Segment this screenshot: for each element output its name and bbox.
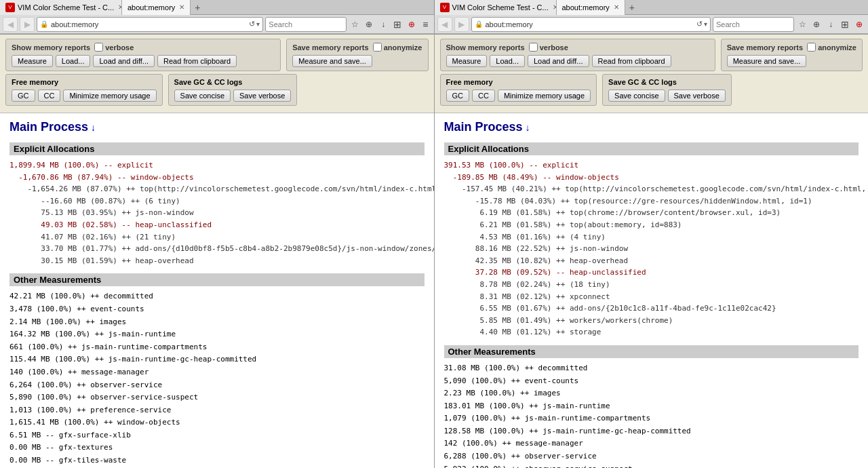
read-clipboard-btn-left[interactable]: Read from clipboard [157,55,237,67]
save-concise-btn-right[interactable]: Save concise [608,90,665,102]
bookmark-icon-left[interactable]: ⊕ [363,17,375,32]
tree-line: 88.16 MB (22.52%) ++ js-non-window [444,243,859,255]
save-gc-right: Save GC & CC logs Save concise Save verb… [602,74,732,106]
measure-line: 42.21 MB (100.0%) ++ decommitted [9,290,425,303]
left-memory-content: Main Process ↓ Explicit Allocations 1,89… [0,113,434,468]
right-free-buttons: GC CC Minimize memory usage [446,90,591,102]
menu-icon-left[interactable]: ⊞ [391,17,403,32]
tree-line: 42.35 MB (10.82%) ++ heap-overhead [444,255,859,267]
left-save-buttons: Measure and save... [292,55,422,67]
gc-btn-right[interactable]: GC [446,90,470,102]
measure-btn-left[interactable]: Measure [12,55,53,67]
anonymize-label-right: anonymize [818,43,856,52]
vim-icon-left: V [5,3,15,12]
tab-label-memory-left: about:memory [127,3,175,12]
measure-btn-right[interactable]: Measure [446,55,488,67]
minimize-btn-left[interactable]: Minimize memory usage [63,90,156,102]
left-show-buttons: Measure Load... Load and diff... Read fr… [12,55,275,67]
download-icon-right[interactable]: ↓ [825,17,837,32]
tree-line: -1,670.86 MB (87.94%) -- window-objects [9,172,425,184]
save-verbose-btn-right[interactable]: Save verbose [668,90,726,102]
vim-icon-right: V [440,3,450,12]
verbose-checkbox-label-right[interactable]: verbose [529,43,568,52]
tab-vim-left[interactable]: V VIM Color Scheme Test - C... ✕ [0,0,122,15]
cc-btn-right[interactable]: CC [472,90,495,102]
dropdown-btn-left[interactable]: ▾ [256,20,260,28]
tree-line: 5.85 MB (01.49%) ++ workers/workers(chro… [444,315,859,327]
back-btn-left[interactable]: ◀ [3,17,18,32]
main-process-arrow-left: ↓ [91,122,96,133]
measure-line: 2.14 MB (100.0%) ++ images [9,316,425,328]
hamburger-left[interactable]: ≡ [420,19,431,30]
tab-memory-right[interactable]: about:memory ✕ [557,0,625,15]
anonymize-checkbox-label-right[interactable]: anonymize [807,43,856,52]
save-gc-label-right: Save GC & CC logs [608,78,726,86]
star-icon-left[interactable]: ☆ [349,17,361,32]
forward-btn-left[interactable]: ▶ [20,17,35,32]
tree-line: 391.53 MB (100.0%) -- explicit [444,159,859,172]
memory-tree-right: 391.53 MB (100.0%) -- explicit -189.85 M… [444,159,859,338]
address-text-left: about:memory [51,20,248,28]
bookmark-icon-right[interactable]: ⊕ [810,17,823,32]
save-memory-reports-right: Save memory reports anonymize Measure an… [721,39,863,71]
tab-close-memory-right[interactable]: ✕ [614,3,619,11]
load-diff-btn-right[interactable]: Load and diff... [528,55,589,67]
address-icon-right: 🔒 [475,20,483,28]
measure-line: 0.00 MB -- gfx-textures [9,442,425,454]
verbose-checkbox-label-left[interactable]: verbose [94,43,134,52]
gc-btn-left[interactable]: GC [12,90,35,102]
left-gc-buttons: Save concise Save verbose [174,90,292,102]
tab-new-left[interactable]: + [191,2,204,13]
refresh-btn-right[interactable]: ↺ [695,20,704,28]
measure-save-btn-left[interactable]: Measure and save... [292,55,372,67]
verbose-checkbox-left[interactable] [94,43,103,52]
measure-save-btn-right[interactable]: Measure and save... [727,55,807,67]
measure-line: 0.00 MB -- gfx-tiles-waste [9,454,425,467]
nav-bar-left: ◀ ▶ 🔒 about:memory ↺ ▾ ☆ ⊕ ↓ ⊞ ⊕ ≡ [0,15,435,34]
tab-memory-left[interactable]: about:memory ✕ [122,0,191,15]
tab-close-memory-left[interactable]: ✕ [179,3,184,11]
cc-btn-left[interactable]: CC [38,90,61,102]
save-verbose-btn-left[interactable]: Save verbose [233,90,291,102]
star-icon-right[interactable]: ☆ [796,17,808,32]
tab-label-vim-right: VIM Color Scheme Test - C... [452,3,549,12]
address-bar-right[interactable]: 🔒 about:memory ↺ ▾ [471,17,711,32]
load-btn-left[interactable]: Load... [56,55,91,67]
menu-icon-right[interactable]: ⊞ [839,17,851,32]
load-diff-btn-left[interactable]: Load and diff... [93,55,155,67]
tree-line: -157.45 MB (40.21%) ++ top(http://vincol… [444,183,859,195]
tree-line: 75.13 MB (03.95%) ++ js-non-window [9,207,425,219]
back-btn-right[interactable]: ◀ [437,17,452,32]
refresh-btn-left[interactable]: ↺ [248,20,256,28]
other-measurements-title-left: Other Measurements [9,273,425,286]
save-memory-reports-left: Save memory reports anonymize Measure an… [286,39,428,71]
tree-line: --16.60 MB (00.87%) ++ (6 tiny) [9,195,425,208]
search-input-right[interactable] [713,17,794,32]
tab-vim-right[interactable]: V VIM Color Scheme Test - C... ✕ [435,0,557,15]
anonymize-checkbox-right[interactable] [807,43,816,52]
download-icon-left[interactable]: ↓ [377,17,389,32]
address-bar-left[interactable]: 🔒 about:memory ↺ ▾ [37,17,263,32]
read-clipboard-btn-right[interactable]: Read from clipboard [592,55,671,67]
save-memory-reports-label-left: Save memory reports [292,43,369,52]
other-measurements-title-right: Other Measurements [444,345,859,358]
save-concise-btn-left[interactable]: Save concise [174,90,231,102]
anonymize-checkbox-label-left[interactable]: anonymize [373,43,422,52]
tab-new-right[interactable]: + [625,2,639,13]
measure-line: 661 (100.0%) ++ js-main-runtime-compartm… [9,341,425,353]
tree-line: 6.19 MB (01.58%) ++ top(chrome://browser… [444,207,859,219]
free-memory-label-left: Free memory [12,78,157,86]
overflow-icon-right[interactable]: ⊕ [853,17,865,32]
left-controls-row2: Free memory GC CC Minimize memory usage … [5,74,429,106]
anonymize-checkbox-left[interactable] [373,43,382,52]
load-btn-right[interactable]: Load... [490,55,525,67]
minimize-btn-right[interactable]: Minimize memory usage [498,90,591,102]
left-free-buttons: GC CC Minimize memory usage [12,90,157,102]
nav-bars: ◀ ▶ 🔒 about:memory ↺ ▾ ☆ ⊕ ↓ ⊞ ⊕ ≡ ◀ ▶ 🔒… [0,15,868,35]
search-input-left[interactable] [265,17,347,32]
measure-line: 5,090 (100.0%) ++ event-counts [444,375,859,387]
verbose-checkbox-right[interactable] [529,43,538,52]
dropdown-btn-right[interactable]: ▾ [704,20,707,28]
overflow-icon-left[interactable]: ⊕ [406,17,418,32]
forward-btn-right[interactable]: ▶ [454,17,469,32]
